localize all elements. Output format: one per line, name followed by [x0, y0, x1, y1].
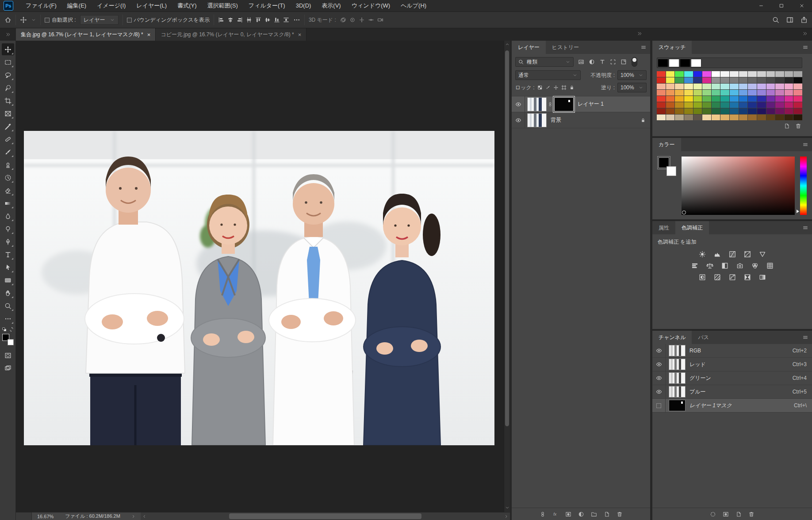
- adj-brightness-button[interactable]: [697, 250, 707, 258]
- channel-visibility-toggle[interactable]: [652, 385, 666, 398]
- swatch[interactable]: [775, 96, 784, 102]
- swatch[interactable]: [675, 71, 684, 77]
- lock-pixels-icon[interactable]: [545, 85, 551, 90]
- swatch[interactable]: [666, 71, 675, 77]
- hue-slider-marker[interactable]: [797, 210, 799, 213]
- swatch[interactable]: [766, 115, 775, 120]
- channel-visibility-toggle[interactable]: [652, 344, 666, 357]
- minimize-button[interactable]: [751, 0, 771, 11]
- panel-collapse-icon[interactable]: [637, 31, 642, 36]
- swatch[interactable]: [775, 90, 784, 96]
- swatch[interactable]: [666, 108, 675, 114]
- swatch[interactable]: [739, 96, 748, 102]
- swatch[interactable]: [785, 90, 793, 96]
- adj-levels-button[interactable]: [712, 250, 722, 258]
- swatch[interactable]: [693, 84, 702, 89]
- marquee-tool[interactable]: [2, 56, 14, 68]
- channel-visibility-toggle[interactable]: [652, 399, 666, 412]
- swatch[interactable]: [693, 96, 702, 102]
- swatch[interactable]: [748, 71, 757, 77]
- lock-all-icon[interactable]: [569, 85, 575, 90]
- trash-icon[interactable]: [748, 511, 755, 517]
- camera-3d-icon[interactable]: [377, 17, 383, 23]
- new-group-icon[interactable]: [591, 511, 597, 517]
- filter-type-button[interactable]: [598, 57, 607, 66]
- home-icon[interactable]: [4, 16, 11, 23]
- trash-icon[interactable]: [795, 123, 801, 129]
- swatch[interactable]: [730, 115, 739, 120]
- channel-row-2[interactable]: グリーンCtrl+4: [652, 371, 812, 385]
- brush-tool[interactable]: [2, 146, 14, 158]
- lock-artboard-icon[interactable]: [561, 85, 567, 90]
- layer-visibility-toggle[interactable]: [512, 112, 525, 128]
- filter-image-button[interactable]: [576, 57, 586, 66]
- screen-mode-tool[interactable]: [2, 362, 14, 374]
- swatch[interactable]: [720, 77, 729, 83]
- eraser-tool[interactable]: [2, 184, 14, 196]
- distribute-center-v-icon[interactable]: [283, 17, 289, 23]
- new-layer-icon[interactable]: [784, 123, 790, 129]
- swatch[interactable]: [720, 102, 729, 108]
- history-brush-tool[interactable]: [2, 172, 14, 184]
- add-mask-icon[interactable]: [723, 511, 729, 517]
- menu-item-2[interactable]: イメージ(I): [92, 0, 131, 11]
- color-field-cursor[interactable]: [682, 210, 686, 214]
- swatch[interactable]: [757, 108, 766, 114]
- blur-tool[interactable]: [2, 210, 14, 222]
- layer-thumbnail[interactable]: [528, 98, 546, 111]
- swatch[interactable]: [793, 84, 802, 89]
- swatch[interactable]: [730, 108, 739, 114]
- swatch[interactable]: [666, 96, 675, 102]
- swatch[interactable]: [730, 96, 739, 102]
- swatch[interactable]: [702, 108, 711, 114]
- swatch[interactable]: [785, 71, 793, 77]
- scroll-right-icon[interactable]: [503, 514, 510, 519]
- tab-close-icon[interactable]: ×: [298, 31, 302, 38]
- dodge-tool[interactable]: [2, 223, 14, 235]
- swatch[interactable]: [785, 102, 793, 108]
- background-color-chip[interactable]: [8, 339, 14, 345]
- layer-mask-thumbnail[interactable]: [555, 98, 573, 111]
- add-mask-icon[interactable]: [565, 511, 571, 517]
- crop-tool[interactable]: [2, 95, 14, 107]
- swatch[interactable]: [657, 71, 666, 77]
- swatch[interactable]: [785, 77, 793, 83]
- tab-channels-1[interactable]: パス: [692, 331, 715, 344]
- swatch[interactable]: [757, 77, 766, 83]
- swatch[interactable]: [757, 96, 766, 102]
- swatch[interactable]: [666, 84, 675, 89]
- swatch[interactable]: [720, 90, 729, 96]
- swatch[interactable]: [748, 115, 757, 120]
- type-tool[interactable]: [2, 249, 14, 260]
- zoom-tool[interactable]: [2, 300, 14, 312]
- swatch[interactable]: [702, 96, 711, 102]
- adj-bw-button[interactable]: [720, 261, 729, 270]
- swatch[interactable]: [748, 90, 757, 96]
- swatch[interactable]: [757, 71, 766, 77]
- menu-item-8[interactable]: 表示(V): [316, 0, 346, 11]
- horizontal-scroll-thumb[interactable]: [229, 513, 421, 519]
- background-color-swatch[interactable]: [666, 166, 676, 176]
- channel-row-4[interactable]: レイヤー 1マスクCtrl+\: [652, 399, 812, 413]
- swatch[interactable]: [730, 90, 739, 96]
- swatch[interactable]: [748, 102, 757, 108]
- layer-filter-toggle[interactable]: [632, 57, 637, 67]
- menu-item-7[interactable]: 3D(D): [291, 0, 317, 11]
- panel-menu-icon[interactable]: [640, 44, 647, 50]
- tab-adjustments-0[interactable]: 属性: [652, 221, 675, 234]
- swatch[interactable]: [748, 96, 757, 102]
- ellipsis-tool[interactable]: [2, 313, 14, 325]
- adj-posterize-button[interactable]: [712, 273, 722, 281]
- swatch[interactable]: [666, 102, 675, 108]
- distribute-center-h-icon[interactable]: [246, 17, 252, 23]
- adj-exposure-button[interactable]: [743, 250, 752, 258]
- swatch[interactable]: [793, 96, 802, 102]
- panel-menu-icon[interactable]: [802, 334, 808, 340]
- swatch[interactable]: [730, 71, 739, 77]
- horizontal-scrollbar[interactable]: [141, 512, 510, 520]
- swatch[interactable]: [684, 115, 693, 120]
- align-center-h-icon[interactable]: [227, 17, 234, 23]
- swatch[interactable]: [720, 115, 729, 120]
- swatch[interactable]: [702, 77, 711, 83]
- quick-mask-tool[interactable]: [2, 349, 14, 361]
